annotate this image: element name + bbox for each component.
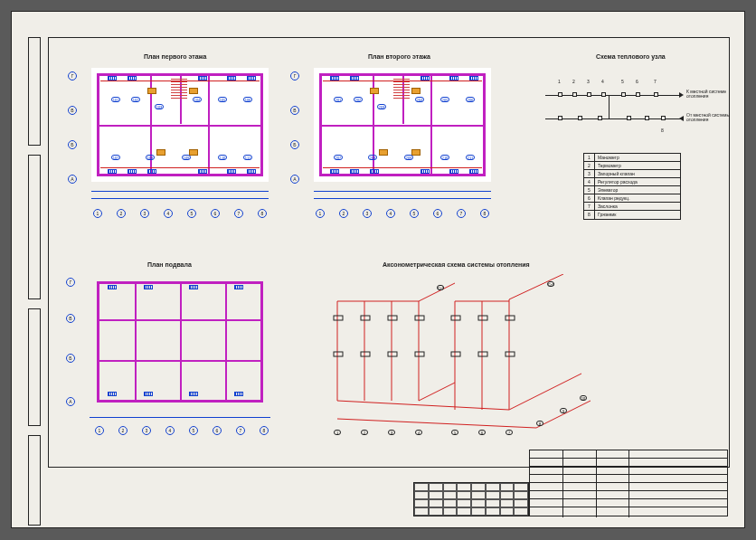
room-tag: 107	[111, 155, 120, 160]
binding-margin	[28, 37, 44, 526]
axo-node: 8	[536, 421, 543, 426]
room-tag: 202	[354, 97, 363, 102]
axis-num: 2	[117, 209, 126, 218]
room-tag: 203	[377, 104, 386, 109]
title-basement: План подвала	[147, 261, 192, 268]
room-tag: 111	[243, 155, 252, 160]
title-block	[529, 450, 728, 516]
svg-line-15	[536, 401, 591, 428]
axis-letter: В	[66, 314, 75, 323]
svg-rect-17	[334, 352, 343, 356]
floor-plan-2: 201 202 203 204 205 206 207 208 209 210 …	[314, 68, 491, 182]
axo-node: 5	[451, 430, 458, 435]
legend-table: 1Манометр 2Термометр 3Запорный клапан 4Р…	[583, 153, 681, 220]
axis-num: 1	[316, 209, 325, 218]
axis-num: 6	[211, 209, 220, 218]
axis-letter: Б	[68, 140, 77, 149]
room-tag: 211	[466, 155, 475, 160]
axis-num: 6	[433, 209, 442, 218]
axis-letter: В	[290, 106, 299, 115]
svg-rect-20	[388, 316, 397, 320]
svg-rect-26	[478, 316, 487, 320]
room-tag: 204	[415, 97, 424, 102]
room-tag: 103	[155, 104, 164, 109]
svg-line-11	[509, 374, 581, 410]
axis-letter: Б	[66, 354, 75, 363]
axis-num: 7	[234, 209, 243, 218]
svg-rect-18	[361, 316, 370, 320]
axo-node: 4	[415, 430, 422, 435]
axis-num: 8	[480, 209, 489, 218]
axis-letter: Г	[290, 71, 299, 81]
room-tag: 104	[193, 97, 202, 102]
room-tag: 106	[243, 97, 252, 102]
axis-letter: А	[290, 175, 299, 184]
room-tag: 210	[440, 155, 449, 160]
thermal-node-scheme: 1 2 3 4 5 6 7 8 К местной системе отопле…	[545, 75, 717, 147]
room-tag: 209	[404, 155, 413, 160]
axis-num: 8	[258, 209, 267, 218]
svg-line-12	[337, 401, 509, 410]
axis-letter: А	[66, 397, 75, 406]
svg-line-13	[419, 383, 455, 401]
axo-node: 1	[334, 430, 341, 435]
room-tag: 207	[334, 155, 343, 160]
drawing-sheet: План первого этажа 101 102 103 104 1	[11, 11, 745, 528]
axo-node: Ст1	[547, 281, 554, 287]
axis-num: 1	[95, 426, 104, 435]
axonometric-scheme: 1 2 3 4 5 6 7 8 9 10 Ст1 Ст2	[301, 274, 609, 446]
room-tag: 208	[368, 155, 377, 160]
svg-rect-25	[451, 352, 460, 356]
title-plan2: План второго этажа	[368, 53, 430, 60]
axo-node: 2	[361, 430, 368, 435]
axis-num: 3	[140, 209, 149, 218]
revision-block	[413, 482, 529, 516]
axis-letter: В	[68, 106, 77, 115]
title-plan1: План первого этажа	[144, 53, 207, 60]
axo-node: 6	[478, 430, 486, 435]
axis-num: 3	[363, 209, 372, 218]
axis-num: 4	[386, 209, 395, 218]
axis-num: 2	[339, 209, 348, 218]
svg-rect-29	[506, 352, 515, 356]
axo-node: 3	[388, 430, 395, 435]
title-axo: Аксонометрическая схема системы отоплени…	[383, 261, 530, 268]
thermal-from-label: От местной системы отопления	[686, 113, 741, 122]
axo-node: 10	[580, 395, 587, 401]
room-tag: 109	[182, 155, 191, 160]
svg-rect-19	[361, 352, 370, 356]
svg-line-14	[337, 419, 536, 428]
thermal-to-label: К местной системе отопления	[686, 90, 741, 99]
floor-plan-1: 101 102 103 104 105 106 107 108 109 110 …	[91, 68, 269, 182]
axis-num: 7	[236, 426, 245, 435]
axis-num: 5	[410, 209, 419, 218]
axis-letter: Б	[290, 140, 299, 149]
basement-plan	[90, 274, 270, 410]
title-thermal: Схема теплового узла	[596, 53, 666, 60]
axo-node: 9	[560, 408, 567, 413]
axis-letter: Г	[68, 71, 77, 81]
axis-num: 4	[165, 426, 175, 435]
axis-num: 5	[189, 426, 198, 435]
axis-num: 3	[142, 426, 151, 435]
axis-num: 2	[118, 426, 128, 435]
svg-rect-16	[334, 316, 343, 320]
axis-letter: А	[68, 175, 77, 184]
room-tag: 102	[131, 97, 140, 102]
svg-rect-28	[506, 316, 515, 320]
axo-node: 7	[506, 430, 513, 435]
svg-rect-27	[478, 352, 487, 356]
axis-num: 5	[187, 209, 196, 218]
room-tag: 201	[334, 97, 343, 102]
svg-line-10	[509, 274, 563, 299]
svg-rect-23	[415, 352, 424, 356]
axis-num: 1	[93, 209, 102, 218]
axis-num: 7	[457, 209, 466, 218]
room-tag: 205	[440, 97, 449, 102]
axis-num: 4	[164, 209, 173, 218]
room-tag: 110	[218, 155, 227, 160]
room-tag: 101	[111, 97, 120, 102]
axis-num: 6	[213, 426, 222, 435]
room-tag: 206	[466, 97, 475, 102]
axis-letter: Г	[66, 278, 75, 287]
